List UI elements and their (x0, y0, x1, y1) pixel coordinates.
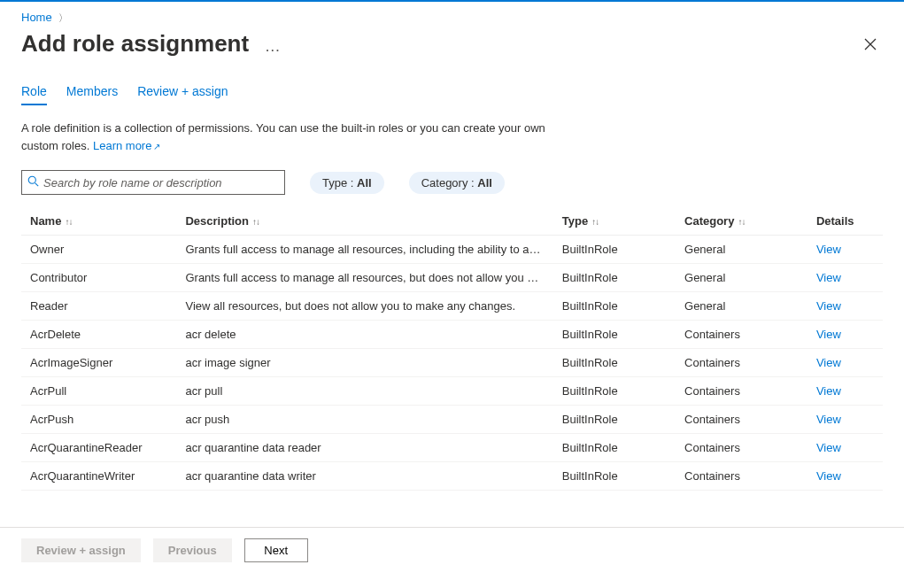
filter-category-label: Category : (421, 176, 475, 190)
view-link[interactable]: View (816, 271, 841, 284)
role-category: Containers (676, 434, 807, 462)
sort-icon: ↑↓ (591, 217, 599, 227)
filter-category[interactable]: Category : All (409, 172, 505, 194)
filter-type[interactable]: Type : All (310, 172, 384, 194)
close-icon (864, 38, 877, 50)
table-row[interactable]: ContributorGrants full access to manage … (21, 264, 883, 292)
role-name: Owner (21, 236, 176, 264)
role-description: acr push (176, 406, 552, 434)
view-link[interactable]: View (816, 441, 841, 454)
column-header-type[interactable]: Type↑↓ (553, 207, 676, 236)
column-header-name[interactable]: Name↑↓ (21, 207, 176, 236)
role-category: Containers (676, 406, 807, 434)
role-description: Grants full access to manage all resourc… (176, 264, 552, 292)
roles-table: Name↑↓ Description↑↓ Type↑↓ Category↑↓ D… (21, 207, 883, 491)
filter-category-value: All (477, 176, 492, 190)
search-box[interactable] (21, 170, 285, 195)
horizontal-scrollbar[interactable] (0, 573, 904, 588)
table-row[interactable]: AcrPullacr pullBuiltInRoleContainersView (21, 377, 883, 406)
column-header-description[interactable]: Description↑↓ (176, 207, 552, 236)
role-type: BuiltInRole (553, 264, 676, 292)
footer-bar: Review + assign Previous Next (0, 527, 904, 573)
learn-more-link[interactable]: Learn more↗ (93, 139, 160, 152)
role-category: Containers (676, 377, 807, 406)
search-icon (27, 175, 39, 190)
table-row[interactable]: AcrImageSigneracr image signerBuiltInRol… (21, 349, 883, 377)
sort-icon: ↑↓ (65, 217, 72, 227)
tab-role[interactable]: Role (21, 84, 47, 105)
tab-review-assign[interactable]: Review + assign (137, 84, 228, 105)
role-name: AcrQuarantineReader (21, 434, 176, 462)
content-scroll-area[interactable]: Role Members Review + assign A role defi… (0, 65, 904, 527)
sort-icon: ↑↓ (738, 217, 745, 227)
close-button[interactable] (858, 32, 883, 57)
role-name: AcrPush (21, 406, 176, 434)
table-row[interactable]: OwnerGrants full access to manage all re… (21, 236, 883, 264)
more-menu-icon[interactable]: … (265, 37, 282, 55)
table-row[interactable]: AcrQuarantineReaderacr quarantine data r… (21, 434, 883, 462)
external-link-icon: ↗ (153, 142, 160, 151)
table-row[interactable]: ReaderView all resources, but does not a… (21, 292, 883, 321)
table-row[interactable]: AcrDeleteacr deleteBuiltInRoleContainers… (21, 321, 883, 349)
view-link[interactable]: View (816, 356, 841, 369)
tab-members[interactable]: Members (66, 84, 118, 105)
filter-type-label: Type : (322, 176, 353, 190)
breadcrumb: Home 〉 (21, 11, 883, 25)
view-link[interactable]: View (816, 299, 841, 313)
role-name: AcrQuarantineWriter (21, 462, 176, 491)
role-category: Containers (676, 321, 807, 349)
role-name: Reader (21, 292, 176, 321)
role-name: AcrImageSigner (21, 349, 176, 377)
role-type: BuiltInRole (553, 349, 676, 377)
role-type: BuiltInRole (553, 321, 676, 349)
role-category: General (676, 292, 807, 321)
role-description: acr quarantine data reader (176, 434, 552, 462)
role-description: acr delete (176, 321, 552, 349)
column-header-details: Details (807, 207, 883, 236)
sort-icon: ↑↓ (252, 217, 259, 227)
view-link[interactable]: View (816, 243, 841, 256)
breadcrumb-home[interactable]: Home (21, 11, 52, 24)
tabs: Role Members Review + assign (21, 84, 883, 105)
role-name: AcrDelete (21, 321, 176, 349)
role-description: acr quarantine data writer (176, 462, 552, 491)
page-title: Add role assignment (21, 30, 249, 58)
role-type: BuiltInRole (553, 406, 676, 434)
table-row[interactable]: AcrPushacr pushBuiltInRoleContainersView (21, 406, 883, 434)
view-link[interactable]: View (816, 469, 841, 483)
svg-line-1 (35, 183, 39, 187)
role-description: acr image signer (176, 349, 552, 377)
search-input[interactable] (43, 176, 279, 190)
review-assign-button: Review + assign (21, 538, 141, 562)
next-button[interactable]: Next (244, 538, 308, 562)
role-category: General (676, 236, 807, 264)
role-name: AcrPull (21, 377, 176, 406)
svg-point-0 (28, 176, 35, 183)
previous-button: Previous (153, 538, 232, 562)
role-category: Containers (676, 462, 807, 491)
role-category: General (676, 264, 807, 292)
view-link[interactable]: View (816, 384, 841, 398)
chevron-right-icon: 〉 (58, 12, 68, 23)
column-header-category[interactable]: Category↑↓ (676, 207, 807, 236)
role-description: View all resources, but does not allow y… (176, 292, 552, 321)
table-row[interactable]: AcrQuarantineWriteracr quarantine data w… (21, 462, 883, 491)
role-description: acr pull (176, 377, 552, 406)
view-link[interactable]: View (816, 328, 841, 341)
role-type: BuiltInRole (553, 236, 676, 264)
role-description: Grants full access to manage all resourc… (176, 236, 552, 264)
role-name: Contributor (21, 264, 176, 292)
role-type: BuiltInRole (553, 434, 676, 462)
role-type: BuiltInRole (553, 292, 676, 321)
view-link[interactable]: View (816, 413, 841, 426)
filter-type-value: All (357, 176, 372, 190)
role-type: BuiltInRole (553, 377, 676, 406)
page-description: A role definition is a collection of per… (21, 120, 570, 154)
role-category: Containers (676, 349, 807, 377)
role-type: BuiltInRole (553, 462, 676, 491)
